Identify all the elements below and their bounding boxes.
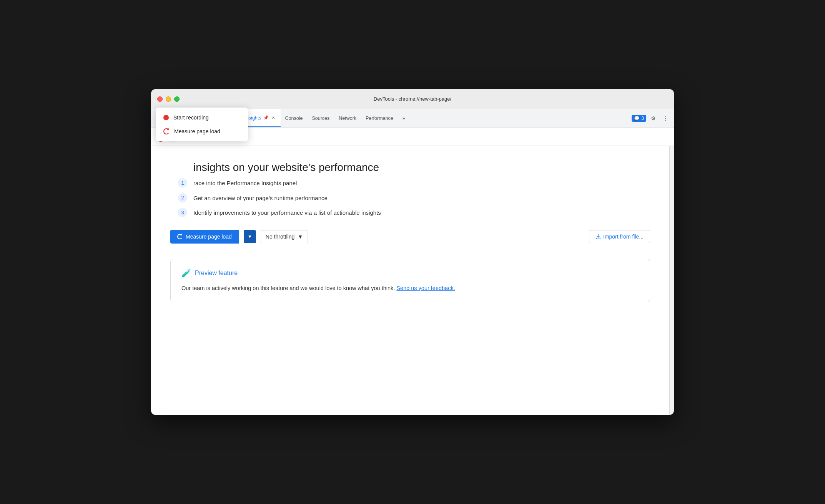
step-text-1: race into the Performance Insights panel bbox=[193, 178, 297, 188]
tab-more[interactable]: » bbox=[398, 109, 410, 127]
refresh-small-icon bbox=[177, 234, 183, 239]
pin-icon: 📌 bbox=[263, 115, 269, 120]
devtools-window: DevTools - chrome://new-tab-page/ Elemen… bbox=[151, 89, 674, 415]
start-recording-label: Start recording bbox=[173, 114, 209, 121]
more-options-icon[interactable]: ⋮ bbox=[660, 113, 671, 124]
actions-row: Measure page load ▼ No throttling ▼ Impo… bbox=[170, 230, 650, 244]
import-from-file-button[interactable]: Import from file... bbox=[589, 230, 650, 243]
chat-icon: 💬 bbox=[634, 116, 640, 121]
step-number-1: 1 bbox=[178, 178, 187, 187]
page-heading: insights on your website's performance bbox=[193, 161, 650, 174]
step-item-1: 1 race into the Performance Insights pan… bbox=[178, 178, 650, 188]
step-number-3: 3 bbox=[178, 208, 187, 217]
chevron-down-main-icon: ▼ bbox=[298, 234, 303, 240]
steps-list: 1 race into the Performance Insights pan… bbox=[170, 178, 650, 217]
measure-button-dropdown[interactable]: ▼ bbox=[244, 230, 256, 243]
flask-icon: 🧪 bbox=[181, 269, 191, 278]
traffic-lights bbox=[157, 96, 180, 102]
close-button[interactable] bbox=[157, 96, 163, 102]
step-text-3: Identify improvements to your performanc… bbox=[193, 208, 381, 217]
recording-dropdown-menu: Start recording Measure page load bbox=[156, 108, 248, 141]
preview-feature-box: 🧪 Preview feature Our team is actively w… bbox=[170, 259, 650, 302]
tab-performance[interactable]: Performance bbox=[361, 109, 398, 127]
throttle-main-label: No throttling bbox=[266, 234, 294, 240]
preview-text: Our team is actively working on this fea… bbox=[181, 284, 639, 293]
step-text-2: Get an overview of your page's runtime p… bbox=[193, 193, 328, 203]
step-item-3: 3 Identify improvements to your performa… bbox=[178, 208, 650, 217]
refresh-icon bbox=[163, 128, 170, 134]
measure-page-load-label: Measure page load bbox=[174, 128, 220, 134]
tab-close-icon[interactable]: ✕ bbox=[271, 115, 276, 121]
preview-title: Preview feature bbox=[195, 270, 238, 277]
preview-header: 🧪 Preview feature bbox=[181, 269, 639, 278]
maximize-button[interactable] bbox=[174, 96, 180, 102]
scrollbar[interactable] bbox=[669, 146, 674, 415]
step-item-2: 2 Get an overview of your page's runtime… bbox=[178, 193, 650, 203]
title-bar: DevTools - chrome://new-tab-page/ bbox=[151, 89, 674, 109]
tab-sources[interactable]: Sources bbox=[307, 109, 334, 127]
throttle-select-main[interactable]: No throttling ▼ bbox=[261, 230, 308, 243]
record-dot-icon bbox=[163, 115, 169, 120]
measure-page-load-item[interactable]: Measure page load bbox=[156, 124, 248, 138]
content-area: insights on your website's performance 1… bbox=[151, 146, 674, 415]
minimize-button[interactable] bbox=[166, 96, 171, 102]
main-content: insights on your website's performance 1… bbox=[151, 146, 669, 415]
chat-badge[interactable]: 💬 3 bbox=[632, 115, 646, 122]
start-recording-item[interactable]: Start recording bbox=[156, 111, 248, 124]
feedback-link[interactable]: Send us your feedback. bbox=[396, 285, 455, 291]
tab-console[interactable]: Console bbox=[281, 109, 308, 127]
tabs-right-actions: 💬 3 ⚙ ⋮ bbox=[632, 109, 671, 127]
settings-icon[interactable]: ⚙ bbox=[648, 113, 659, 124]
window-title: DevTools - chrome://new-tab-page/ bbox=[374, 96, 451, 102]
measure-page-load-button[interactable]: Measure page load bbox=[170, 230, 239, 244]
step-number-2: 2 bbox=[178, 193, 187, 202]
import-label: Import from file... bbox=[603, 234, 644, 240]
tab-network[interactable]: Network bbox=[334, 109, 361, 127]
toolbar: ▲ No throttling ▼ Start recording bbox=[151, 128, 674, 146]
